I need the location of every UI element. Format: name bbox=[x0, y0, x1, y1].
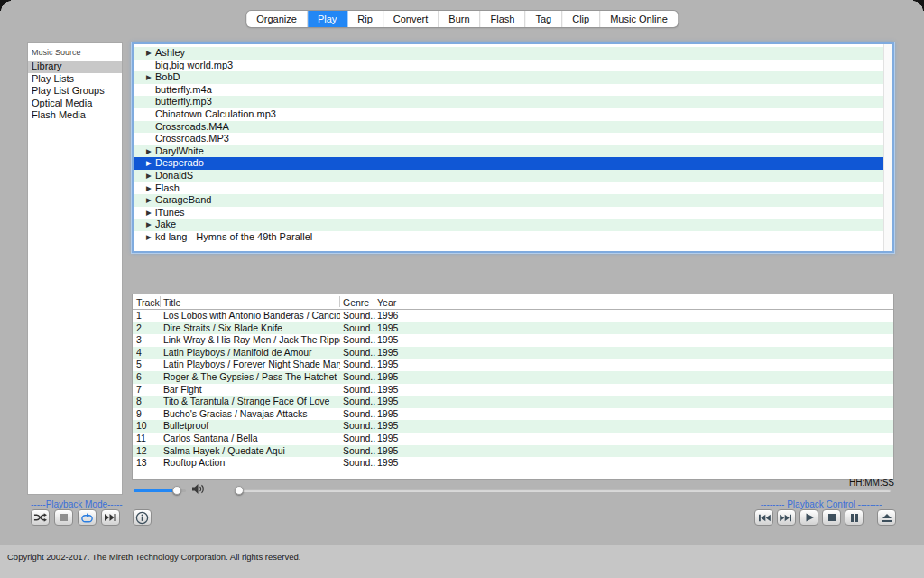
disclosure-triangle-icon[interactable]: ▶ bbox=[146, 145, 155, 158]
sidebar-item-flash-media[interactable]: Flash Media bbox=[28, 109, 122, 122]
cell-track: 7 bbox=[136, 384, 160, 396]
music-source-title: Music Source bbox=[28, 43, 122, 61]
track-row[interactable]: 3Link Wray & His Ray Men / Jack The Ripp… bbox=[133, 334, 893, 347]
shuffle-button[interactable] bbox=[31, 509, 50, 526]
cell-title: Roger & The Gypsies / Pass The Hatchet bbox=[163, 371, 340, 384]
track-row[interactable]: 4Latin Playboys / Manifold de AmourSound… bbox=[133, 347, 893, 359]
stop-button[interactable] bbox=[822, 509, 841, 526]
volume-slider-thumb[interactable] bbox=[172, 486, 181, 495]
column-header-title[interactable]: Title bbox=[163, 297, 180, 308]
tab-flash[interactable]: Flash bbox=[481, 11, 526, 27]
track-row[interactable]: 5Latin Playboys / Forever Night Shade Ma… bbox=[133, 359, 893, 371]
cell-genre: Sound... bbox=[343, 322, 375, 335]
tree-row[interactable]: ▶kd lang - Hymns of the 49th Parallel bbox=[134, 231, 883, 244]
column-divider[interactable] bbox=[374, 296, 374, 307]
disclosure-triangle-icon[interactable]: ▶ bbox=[146, 207, 155, 219]
tab-burn[interactable]: Burn bbox=[439, 11, 480, 27]
play-button[interactable] bbox=[799, 509, 818, 526]
tab-play[interactable]: Play bbox=[308, 11, 347, 27]
music-source-panel: Music Source LibraryPlay ListsPlay List … bbox=[27, 42, 123, 495]
disclosure-triangle-icon[interactable]: ▶ bbox=[146, 170, 155, 182]
eject-button[interactable] bbox=[877, 509, 896, 526]
tree-row[interactable]: ▶DonaldS bbox=[134, 170, 883, 182]
cell-title: Latin Playboys / Manifold de Amour bbox=[163, 347, 340, 359]
cell-title: Dire Straits / Six Blade Knife bbox=[163, 322, 340, 335]
sidebar-item-optical-media[interactable]: Optical Media bbox=[28, 98, 122, 110]
tab-organize[interactable]: Organize bbox=[246, 11, 308, 27]
tree-row[interactable]: ▶Flash bbox=[134, 182, 883, 195]
disclosure-triangle-icon[interactable]: ▶ bbox=[146, 47, 155, 60]
track-row[interactable]: 7Bar FightSound...1995 bbox=[133, 384, 893, 396]
tree-row-label: Crossroads.MP3 bbox=[155, 133, 229, 145]
track-row[interactable]: 10BulletproofSound...1995 bbox=[133, 420, 893, 433]
cell-genre: Sound... bbox=[343, 347, 375, 359]
tree-row-label: Crossroads.M4A bbox=[155, 121, 229, 134]
column-divider[interactable] bbox=[339, 296, 340, 307]
previous-button[interactable] bbox=[754, 509, 773, 526]
disclosure-triangle-icon[interactable]: ▶ bbox=[146, 231, 155, 244]
footer-bar: Copyright 2002-2017. The Mireth Technolo… bbox=[0, 545, 924, 578]
sidebar-item-play-lists[interactable]: Play Lists bbox=[28, 73, 122, 86]
tree-row[interactable]: Crossroads.MP3 bbox=[134, 133, 883, 145]
disclosure-triangle-icon[interactable]: ▶ bbox=[146, 182, 155, 195]
track-row[interactable]: 2Dire Straits / Six Blade KnifeSound...1… bbox=[133, 322, 893, 335]
progress-slider[interactable] bbox=[235, 485, 891, 496]
sidebar-item-library[interactable]: Library bbox=[28, 61, 122, 73]
column-divider[interactable] bbox=[160, 296, 161, 307]
cell-year: 1995 bbox=[377, 371, 431, 384]
tab-music-online[interactable]: Music Online bbox=[600, 11, 678, 27]
tree-row[interactable]: big,big world.mp3 bbox=[134, 60, 883, 72]
vertical-scrollbar[interactable] bbox=[883, 44, 892, 251]
tree-row[interactable]: ▶DarylWhite bbox=[134, 145, 883, 158]
disclosure-triangle-icon[interactable]: ▶ bbox=[146, 219, 155, 231]
volume-slider[interactable] bbox=[134, 485, 186, 496]
play-all-button[interactable] bbox=[101, 509, 120, 526]
sidebar-item-play-list-groups[interactable]: Play List Groups bbox=[28, 85, 122, 98]
next-button[interactable] bbox=[777, 509, 796, 526]
track-row[interactable]: 12Salma Hayek / Quedate AquiSound...1995 bbox=[133, 445, 893, 458]
tab-clip[interactable]: Clip bbox=[562, 11, 600, 27]
track-row[interactable]: 13Rooftop ActionSound...1995 bbox=[133, 457, 893, 470]
disclosure-triangle-icon[interactable]: ▶ bbox=[146, 194, 155, 207]
track-row[interactable]: 1Los Lobos with Antonio Banderas / Canci… bbox=[133, 310, 893, 322]
progress-slider-track[interactable] bbox=[235, 489, 891, 493]
tree-row[interactable]: butterfly.m4a bbox=[134, 84, 883, 97]
column-header-track[interactable]: Track bbox=[136, 297, 160, 308]
cell-genre: Sound... bbox=[343, 445, 375, 458]
tree-row[interactable]: Chinatown Calculation.mp3 bbox=[134, 108, 883, 121]
tab-tag[interactable]: Tag bbox=[525, 11, 562, 27]
tree-row[interactable]: ▶Jake bbox=[134, 219, 883, 231]
cell-year: 1995 bbox=[377, 384, 431, 396]
tree-row[interactable]: butterfly.mp3 bbox=[134, 96, 883, 108]
tree-row-label: kd lang - Hymns of the 49th Parallel bbox=[155, 231, 312, 244]
tree-row[interactable]: Crossroads.M4A bbox=[134, 121, 883, 134]
cell-year: 1995 bbox=[377, 347, 431, 359]
pause-button[interactable] bbox=[845, 509, 864, 526]
tree-row[interactable]: ▶iTunes bbox=[134, 207, 883, 219]
track-row[interactable]: 11Carlos Santana / BellaSound...1995 bbox=[133, 433, 893, 445]
info-button[interactable] bbox=[133, 509, 152, 526]
tree-row[interactable]: ▶BobD bbox=[134, 71, 883, 84]
tab-convert[interactable]: Convert bbox=[383, 11, 439, 27]
tree-row-label: GarageBand bbox=[155, 194, 211, 207]
cell-track: 9 bbox=[136, 408, 160, 421]
track-row[interactable]: 6Roger & The Gypsies / Pass The HatchetS… bbox=[133, 371, 893, 384]
tab-rip[interactable]: Rip bbox=[347, 11, 383, 27]
track-row[interactable]: 8Tito & Tarantula / Strange Face Of Love… bbox=[133, 396, 893, 408]
repeat-button[interactable] bbox=[78, 509, 97, 526]
play-once-button[interactable] bbox=[54, 509, 73, 526]
column-header-year[interactable]: Year bbox=[377, 297, 396, 308]
column-header-genre[interactable]: Genre bbox=[343, 297, 369, 308]
tab-bar: OrganizePlayRipConvertBurnFlashTagClipMu… bbox=[246, 11, 678, 27]
tree-row[interactable]: ▶Ashley bbox=[134, 47, 883, 60]
progress-slider-thumb[interactable] bbox=[235, 486, 244, 495]
track-row[interactable]: 9Bucho's Gracias / Navajas AttacksSound.… bbox=[133, 408, 893, 421]
copyright-text: Copyright 2002-2017. The Mireth Technolo… bbox=[7, 552, 300, 562]
tree-row-label: Desperado bbox=[155, 157, 204, 170]
disclosure-triangle-icon[interactable]: ▶ bbox=[146, 71, 155, 84]
disclosure-triangle-icon[interactable]: ▶ bbox=[146, 157, 155, 170]
cell-title: Salma Hayek / Quedate Aqui bbox=[163, 445, 340, 458]
tree-row[interactable]: ▶GarageBand bbox=[134, 194, 883, 207]
tree-row[interactable]: ▶Desperado bbox=[134, 157, 883, 170]
cell-genre: Sound... bbox=[343, 371, 375, 384]
